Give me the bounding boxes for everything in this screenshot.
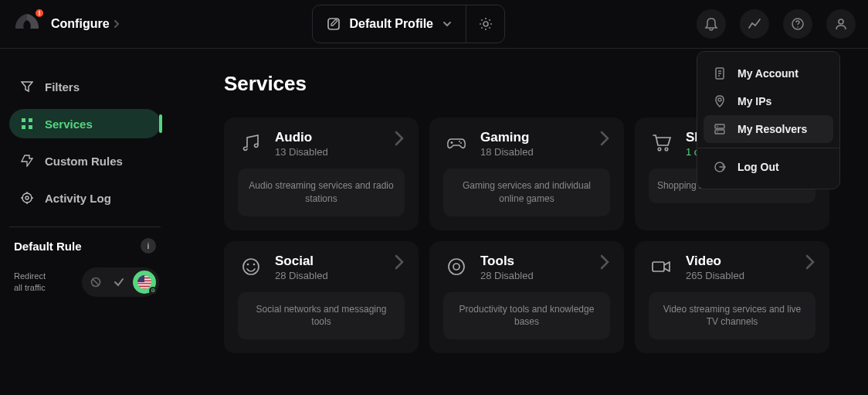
chevron-right-icon <box>805 254 815 271</box>
svg-point-14 <box>658 148 661 151</box>
svg-point-18 <box>253 263 256 265</box>
svg-rect-7 <box>22 125 25 129</box>
sidebar-item-activity-log[interactable]: Activity Log <box>9 183 161 213</box>
card-title: Social <box>275 254 383 269</box>
svg-rect-5 <box>22 118 25 122</box>
server-icon <box>713 123 727 135</box>
service-card-gaming[interactable]: Gaming 18 Disabled Gaming services and i… <box>429 117 624 230</box>
card-description: Productivity tools and knowledge bases <box>443 292 610 340</box>
user-icon <box>834 17 848 31</box>
analytics-button[interactable] <box>740 9 769 39</box>
block-off-icon <box>85 274 107 291</box>
check-icon <box>108 274 130 291</box>
sidebar-item-label: Activity Log <box>45 192 111 205</box>
card-description: Video streaming services and live TV cha… <box>649 292 815 340</box>
svg-point-1 <box>483 22 488 26</box>
sidebar-item-filters[interactable]: Filters <box>9 72 161 101</box>
help-button[interactable] <box>783 9 812 39</box>
dropdown-item-label: My Resolvers <box>737 123 807 135</box>
profile-button[interactable]: Default Profile <box>313 5 466 43</box>
card-subtitle: 18 Disabled <box>480 146 588 158</box>
configure-label: Configure <box>51 17 110 31</box>
svg-point-9 <box>22 193 32 203</box>
card-subtitle: 28 Disabled <box>275 270 383 281</box>
dropdown-item-logout[interactable]: Log Out <box>704 153 833 181</box>
service-card-audio[interactable]: Audio 13 Disabled Audio streaming servic… <box>224 117 419 230</box>
rules-icon <box>20 154 34 168</box>
svg-point-3 <box>797 26 798 28</box>
info-button[interactable]: i <box>141 238 156 254</box>
profile-settings-button[interactable] <box>466 5 504 43</box>
sidebar-item-label: Custom Rules <box>45 155 123 168</box>
location-icon <box>713 95 727 107</box>
dropdown-item-label: Log Out <box>737 161 779 173</box>
chevron-right-icon <box>599 130 610 147</box>
card-title: Video <box>686 254 794 269</box>
svg-point-17 <box>247 263 249 265</box>
svg-rect-24 <box>715 124 724 128</box>
sidebar-item-services[interactable]: Services <box>9 109 161 138</box>
service-card-tools[interactable]: Tools 28 Disabled Productivity tools and… <box>429 241 624 354</box>
profile-selector: Default Profile <box>312 5 505 43</box>
svg-point-27 <box>717 131 718 133</box>
svg-rect-8 <box>29 125 32 129</box>
service-card-video[interactable]: Video 265 Disabled Video streaming servi… <box>635 241 829 354</box>
configure-breadcrumb[interactable]: Configure <box>51 17 120 31</box>
info-icon: i <box>147 241 149 250</box>
svg-rect-6 <box>29 118 32 122</box>
redirect-toggle[interactable]: ⚙ <box>82 267 159 297</box>
video-icon <box>649 254 675 280</box>
svg-point-4 <box>839 19 843 24</box>
svg-point-19 <box>449 259 464 274</box>
account-button[interactable] <box>826 9 856 39</box>
dropdown-item-my-account[interactable]: My Account <box>704 60 833 87</box>
smile-icon <box>238 254 264 280</box>
notifications-button[interactable] <box>697 9 726 39</box>
bell-icon <box>704 17 718 31</box>
dropdown-item-label: My Account <box>737 67 798 80</box>
card-subtitle: 13 Disabled <box>275 146 383 158</box>
dropdown-item-my-ips[interactable]: My IPs <box>704 87 833 115</box>
service-card-social[interactable]: Social 28 Disabled Social networks and m… <box>224 241 419 354</box>
edit-icon <box>327 17 341 31</box>
svg-point-20 <box>453 264 459 270</box>
filter-icon <box>20 80 34 94</box>
card-description: Social networks and messaging tools <box>238 292 405 340</box>
grid-icon <box>20 117 34 131</box>
card-title: Gaming <box>480 130 588 145</box>
card-title: Tools <box>480 254 588 269</box>
dropdown-item-label: My IPs <box>737 95 771 107</box>
card-title: Audio <box>275 130 383 145</box>
flag-settings-icon: ⚙ <box>149 287 157 295</box>
sidebar-item-label: Services <box>45 117 93 131</box>
target-icon <box>20 191 34 205</box>
chevron-down-icon <box>442 19 452 29</box>
help-icon <box>791 17 805 31</box>
default-rule-label: Default Rule <box>14 240 82 253</box>
gear-icon <box>478 16 493 32</box>
music-icon <box>238 130 264 156</box>
account-dropdown: My Account My IPs My Resolvers Log Out <box>697 51 840 189</box>
chevron-right-icon <box>394 130 405 147</box>
svg-point-12 <box>459 141 460 142</box>
svg-point-10 <box>25 196 29 199</box>
chart-icon <box>748 17 761 31</box>
sidebar-item-label: Filters <box>45 80 80 94</box>
dropdown-separator <box>697 148 839 148</box>
sidebar-item-custom-rules[interactable]: Custom Rules <box>9 146 161 175</box>
document-icon <box>713 67 727 80</box>
app-logo[interactable]: ! <box>12 9 42 39</box>
cart-icon <box>649 130 675 156</box>
gamepad-icon <box>443 130 470 156</box>
redirect-label: Redirect all traffic <box>14 271 46 294</box>
region-flag-us: ⚙ <box>133 271 156 294</box>
svg-rect-21 <box>653 262 664 271</box>
chevron-right-icon <box>113 20 120 28</box>
header: ! Configure Default Profile <box>0 0 868 49</box>
tools-icon <box>443 254 470 280</box>
dropdown-item-my-resolvers[interactable]: My Resolvers <box>704 115 833 143</box>
chevron-right-icon <box>599 254 610 271</box>
svg-point-23 <box>718 98 721 101</box>
card-description: Gaming services and individual online ga… <box>443 169 610 216</box>
sidebar: Filters Services Custom Rules Activity L… <box>0 49 170 395</box>
